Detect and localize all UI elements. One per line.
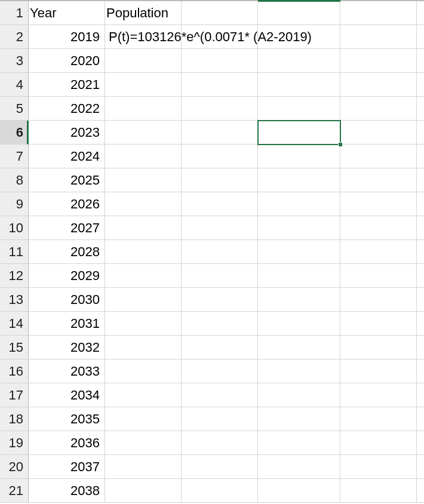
cell-E1[interactable] bbox=[340, 1, 417, 25]
cell-A6[interactable]: 2023 bbox=[29, 121, 105, 145]
cell-C17[interactable] bbox=[182, 383, 258, 407]
cell-B18[interactable] bbox=[105, 407, 182, 431]
row-header-20[interactable]: 20 bbox=[0, 455, 29, 479]
cell-B6[interactable] bbox=[105, 121, 182, 145]
cell-F18[interactable] bbox=[417, 407, 424, 431]
cell-B15[interactable] bbox=[105, 336, 182, 359]
cell-E17[interactable] bbox=[340, 383, 417, 407]
cell-D16[interactable] bbox=[258, 359, 340, 383]
cell-B8[interactable] bbox=[105, 168, 182, 192]
row-header-4[interactable]: 4 bbox=[0, 73, 29, 97]
cell-C11[interactable] bbox=[182, 240, 258, 264]
cell-A16[interactable]: 2033 bbox=[29, 359, 105, 383]
cell-C13[interactable] bbox=[182, 288, 258, 312]
cell-B2[interactable]: P(t)=103126*e^(0.0071* (A2-2019) bbox=[105, 25, 182, 49]
cell-F17[interactable] bbox=[417, 383, 424, 407]
row-header-18[interactable]: 18 bbox=[0, 407, 29, 431]
cell-F21[interactable] bbox=[417, 479, 424, 503]
cell-A10[interactable]: 2027 bbox=[29, 216, 105, 240]
cell-D7[interactable] bbox=[258, 145, 340, 168]
cell-E3[interactable] bbox=[340, 49, 417, 73]
row-header-21[interactable]: 21 bbox=[0, 479, 29, 503]
cell-D10[interactable] bbox=[258, 216, 340, 240]
cell-A19[interactable]: 2036 bbox=[29, 431, 105, 455]
cell-A2[interactable]: 2019 bbox=[29, 25, 105, 49]
cell-D14[interactable] bbox=[258, 312, 340, 336]
cell-F16[interactable] bbox=[417, 359, 424, 383]
cell-A18[interactable]: 2035 bbox=[29, 407, 105, 431]
cell-D9[interactable] bbox=[258, 192, 340, 216]
cell-E8[interactable] bbox=[340, 168, 417, 192]
cell-D11[interactable] bbox=[258, 240, 340, 264]
cell-A17[interactable]: 2034 bbox=[29, 383, 105, 407]
cell-C7[interactable] bbox=[182, 145, 258, 168]
cell-F13[interactable] bbox=[417, 288, 424, 312]
cell-D5[interactable] bbox=[258, 97, 340, 121]
row-header-15[interactable]: 15 bbox=[0, 336, 29, 359]
cell-C1[interactable] bbox=[182, 1, 258, 25]
cell-E19[interactable] bbox=[340, 431, 417, 455]
cell-A9[interactable]: 2026 bbox=[29, 192, 105, 216]
cell-A7[interactable]: 2024 bbox=[29, 145, 105, 168]
cell-E2[interactable] bbox=[340, 25, 417, 49]
cell-D8[interactable] bbox=[258, 168, 340, 192]
cell-A13[interactable]: 2030 bbox=[29, 288, 105, 312]
cell-D3[interactable] bbox=[258, 49, 340, 73]
cell-D1[interactable] bbox=[258, 1, 340, 25]
header-year[interactable]: Year bbox=[29, 1, 105, 25]
row-header-17[interactable]: 17 bbox=[0, 383, 29, 407]
row-header-12[interactable]: 12 bbox=[0, 264, 29, 288]
row-header-14[interactable]: 14 bbox=[0, 312, 29, 336]
cell-B17[interactable] bbox=[105, 383, 182, 407]
cell-E11[interactable] bbox=[340, 240, 417, 264]
cell-F12[interactable] bbox=[417, 264, 424, 288]
cell-E13[interactable] bbox=[340, 288, 417, 312]
cell-A8[interactable]: 2025 bbox=[29, 168, 105, 192]
cell-E21[interactable] bbox=[340, 479, 417, 503]
cell-F11[interactable] bbox=[417, 240, 424, 264]
cell-E16[interactable] bbox=[340, 359, 417, 383]
cell-F8[interactable] bbox=[417, 168, 424, 192]
cell-E15[interactable] bbox=[340, 336, 417, 359]
cell-F3[interactable] bbox=[417, 49, 424, 73]
row-header-19[interactable]: 19 bbox=[0, 431, 29, 455]
row-header-10[interactable]: 10 bbox=[0, 216, 29, 240]
cell-E18[interactable] bbox=[340, 407, 417, 431]
cell-E20[interactable] bbox=[340, 455, 417, 479]
row-header-8[interactable]: 8 bbox=[0, 168, 29, 192]
cell-B5[interactable] bbox=[105, 97, 182, 121]
row-header-3[interactable]: 3 bbox=[0, 49, 29, 73]
cell-D6[interactable] bbox=[258, 121, 340, 145]
cell-F2[interactable] bbox=[417, 25, 424, 49]
cell-D12[interactable] bbox=[258, 264, 340, 288]
cell-C14[interactable] bbox=[182, 312, 258, 336]
fill-handle[interactable] bbox=[338, 142, 343, 147]
cell-A12[interactable]: 2029 bbox=[29, 264, 105, 288]
row-header-7[interactable]: 7 bbox=[0, 145, 29, 168]
cell-B16[interactable] bbox=[105, 359, 182, 383]
cell-B11[interactable] bbox=[105, 240, 182, 264]
cell-D19[interactable] bbox=[258, 431, 340, 455]
cell-F7[interactable] bbox=[417, 145, 424, 168]
cell-F9[interactable] bbox=[417, 192, 424, 216]
row-header-6[interactable]: 6 bbox=[0, 121, 29, 145]
row-header-1[interactable]: 1 bbox=[0, 1, 29, 25]
cell-C19[interactable] bbox=[182, 431, 258, 455]
cell-C20[interactable] bbox=[182, 455, 258, 479]
row-header-2[interactable]: 2 bbox=[0, 25, 29, 49]
cell-F1[interactable] bbox=[417, 1, 424, 25]
cell-B7[interactable] bbox=[105, 145, 182, 168]
cell-F10[interactable] bbox=[417, 216, 424, 240]
cell-F14[interactable] bbox=[417, 312, 424, 336]
cell-C10[interactable] bbox=[182, 216, 258, 240]
cell-E12[interactable] bbox=[340, 264, 417, 288]
spreadsheet-grid[interactable]: 1YearPopulation22019P(t)=103126*e^(0.007… bbox=[0, 0, 424, 503]
cell-D15[interactable] bbox=[258, 336, 340, 359]
cell-E6[interactable] bbox=[340, 121, 417, 145]
cell-C5[interactable] bbox=[182, 97, 258, 121]
cell-C16[interactable] bbox=[182, 359, 258, 383]
cell-F5[interactable] bbox=[417, 97, 424, 121]
cell-A5[interactable]: 2022 bbox=[29, 97, 105, 121]
cell-A21[interactable]: 2038 bbox=[29, 479, 105, 503]
cell-B4[interactable] bbox=[105, 73, 182, 97]
